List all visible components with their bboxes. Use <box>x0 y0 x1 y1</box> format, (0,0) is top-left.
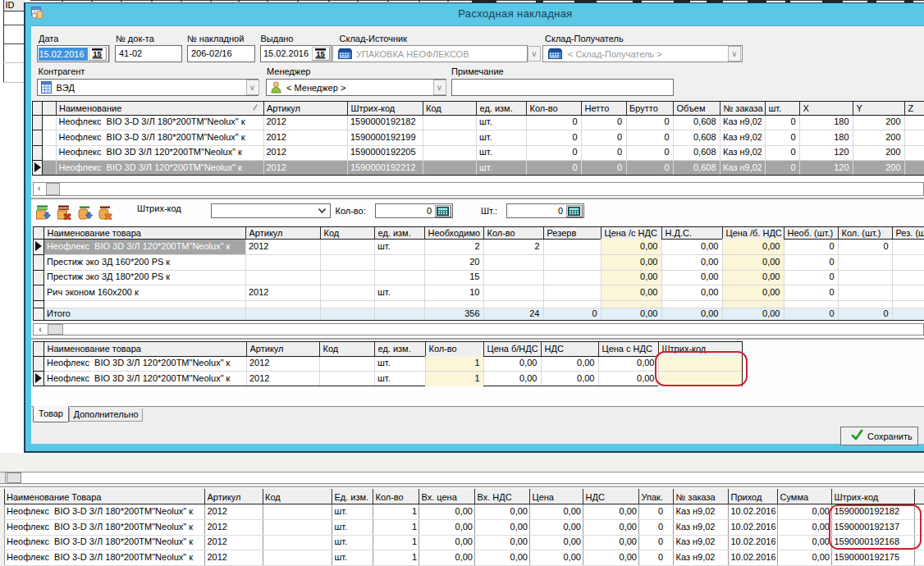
svg-text:15: 15 <box>93 49 102 58</box>
svg-text:15: 15 <box>316 49 325 58</box>
